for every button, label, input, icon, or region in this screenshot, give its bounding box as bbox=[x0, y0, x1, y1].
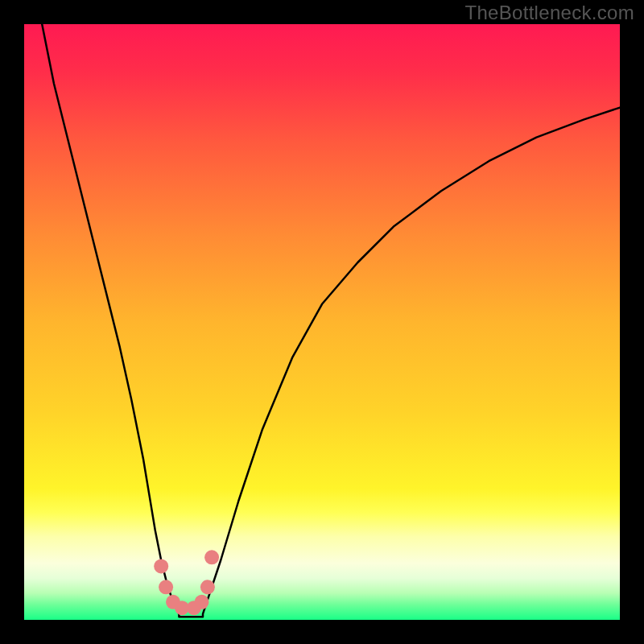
valley-marker bbox=[204, 550, 219, 564]
valley-marker bbox=[200, 580, 215, 594]
valley-marker bbox=[159, 580, 173, 594]
valley-marker bbox=[154, 559, 168, 573]
bottleneck-chart-svg bbox=[24, 24, 620, 620]
valley-marker bbox=[195, 595, 209, 609]
chart-frame: TheBottleneck.com bbox=[0, 0, 644, 644]
plot-area bbox=[24, 24, 620, 620]
watermark-text: TheBottleneck.com bbox=[464, 2, 634, 24]
